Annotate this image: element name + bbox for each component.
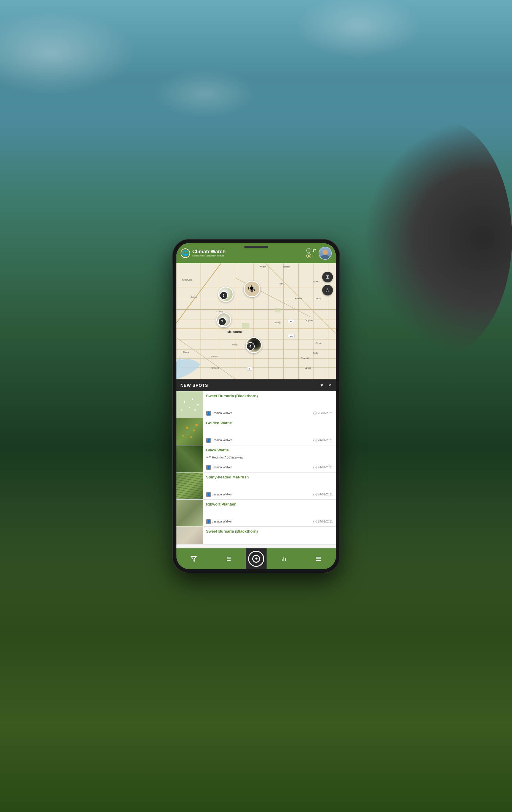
spot-main-1: Sweet Bursaria (Blackthorn) 👤 Jessica Wa… [176, 391, 336, 418]
rocks-decoration [363, 119, 512, 357]
svg-text:M3: M3 [290, 335, 293, 338]
filter-dropdown-button[interactable]: ▼ [320, 383, 324, 388]
spots-list[interactable]: Sweet Bursaria (Blackthorn) 👤 Jessica Wa… [176, 391, 336, 548]
spot-meta-4: 👤 Jessica Walker 24/01/2021 [206, 492, 333, 497]
nav-section-left [176, 548, 246, 569]
label-doreen: Doreen [283, 266, 290, 268]
label-balwyn: Balwyn [275, 321, 281, 323]
spot-item-6[interactable]: Sweet Bursaria (Blackthorn) [176, 527, 336, 545]
label-croydon: Croydon [305, 319, 313, 321]
spot-name-2: Golden Wattle [206, 421, 333, 425]
spot-user-5: 👤 Jessica Walker [206, 519, 232, 524]
label-altona: Altona [183, 351, 189, 353]
nav-section-right [267, 548, 336, 569]
spot-quote-text-3: Recin for ABC interview [212, 456, 243, 459]
spot-content-1: Sweet Bursaria (Blackthorn) 👤 Jessica Wa… [203, 391, 336, 418]
chart-nav-button[interactable] [278, 553, 290, 565]
notifications-badge[interactable]: ○ 17 [306, 248, 316, 253]
avatar-face [319, 247, 331, 259]
spot-date-text-5: 24/01/2021 [318, 520, 333, 523]
spot-meta-2: 👤 Jessica Walker 24/01/2021 [206, 438, 333, 443]
spot-username-4: Jessica Walker [212, 493, 232, 496]
svg-line-18 [176, 263, 221, 323]
app-subtitle: an initiative of Earthwatch Institute [192, 255, 226, 257]
label-yering: Yering [315, 297, 322, 300]
label-melbourne: Melbourne [228, 330, 243, 334]
spot-thumb-1 [176, 391, 203, 418]
spot-thumb-3 [176, 445, 203, 472]
nav-center [246, 551, 267, 567]
spot-date-3: 24/01/2021 [313, 466, 333, 469]
header-title-group: ClimateWatch an initiative of Earthwatch… [192, 249, 226, 257]
svg-rect-28 [242, 323, 249, 329]
map-marker-4[interactable]: 4 [246, 342, 255, 350]
spot-date-text-1: 25/01/2021 [318, 411, 333, 415]
spot-item-5[interactable]: Ribwort Plantain 👤 Jessica Walker 24/01/… [176, 500, 336, 527]
spot-date-text-3: 24/01/2021 [318, 466, 333, 469]
spot-content-2: Golden Wattle 👤 Jessica Walker 24/01/202… [203, 418, 336, 445]
spot-date-text-2: 24/01/2021 [318, 439, 333, 442]
map-marker-3[interactable]: 3 [219, 291, 228, 300]
spot-name-5: Ribwort Plantain [206, 502, 333, 506]
map-marker-7[interactable]: 7 [218, 317, 227, 326]
label-coburg: Coburg [217, 310, 223, 312]
svg-marker-30 [191, 556, 197, 561]
clock-icon-2 [313, 439, 317, 442]
close-panel-button[interactable]: ✕ [328, 383, 332, 388]
label-toorak: Toorak [232, 344, 238, 346]
label-yarra: Yarra G... [313, 281, 322, 283]
spot-date-2: 24/01/2021 [313, 439, 333, 442]
spot-date-4: 24/01/2021 [313, 493, 333, 496]
filter-nav-button[interactable] [188, 553, 200, 565]
spot-thumb-2 [176, 418, 203, 445]
user-icon-1: 👤 [206, 411, 211, 416]
notifications-count: 17 [312, 249, 316, 252]
spot-user-3: 👤 Jessica Walker [206, 465, 232, 470]
header-badges: ○ 17 🔔 0 [306, 248, 316, 258]
user-avatar[interactable] [319, 246, 332, 260]
label-eltham: Eltham [295, 297, 302, 300]
clock-icon-1 [313, 411, 317, 415]
map-marker-spider[interactable]: 🕷 [244, 281, 260, 297]
list-nav-button[interactable] [222, 553, 234, 565]
clock-icon-4 [313, 493, 317, 496]
phone-speaker [244, 246, 268, 248]
spot-name-6: Sweet Bursaria (Blackthorn) [206, 529, 333, 533]
spot-username-2: Jessica Walker [212, 439, 232, 442]
spot-meta-3: 👤 Jessica Walker 24/01/2021 [206, 465, 333, 470]
label-olinda: Olinda [315, 342, 322, 344]
label-jacana: Jacana [191, 296, 198, 298]
spot-user-2: 👤 Jessica Walker [206, 438, 232, 443]
spot-name-3: Black Wattle [206, 448, 333, 452]
clock-icon-3 [313, 466, 317, 469]
spot-content-5: Ribwort Plantain 👤 Jessica Walker 24/01/… [203, 500, 336, 526]
map-area[interactable]: 34 M3 1 Wollert Doreen Greenvale Plen.. [176, 263, 336, 379]
spot-main-2: Golden Wattle 👤 Jessica Walker 24/01/202… [176, 418, 336, 445]
svg-text:34: 34 [290, 320, 292, 322]
bell-icon: 🔔 [306, 254, 311, 258]
spot-thumb-6 [176, 527, 203, 545]
alerts-count: 0 [312, 254, 314, 258]
menu-nav-button[interactable] [312, 553, 324, 565]
spot-username-1: Jessica Walker [212, 411, 232, 415]
spot-meta-1: 👤 Jessica Walker 25/01/2021 [206, 411, 333, 416]
notifications-icon: ○ [306, 248, 311, 253]
globe-icon: 🌐 [181, 249, 190, 258]
spot-item-4[interactable]: Spiny-headed Mat-rush 👤 Jessica Walker 2… [176, 472, 336, 500]
spot-item-2[interactable]: Golden Wattle 👤 Jessica Walker 24/01/202… [176, 418, 336, 445]
spot-quote-3: ❝❞ Recin for ABC interview [206, 456, 333, 460]
alerts-badge[interactable]: 🔔 0 [306, 254, 314, 258]
add-spot-button[interactable] [248, 551, 264, 567]
bottom-nav [176, 548, 336, 569]
spot-item-3[interactable]: Black Wattle ❝❞ Recin for ABC interview … [176, 445, 336, 472]
header-left: 🌐 ClimateWatch an initiative of Earthwat… [181, 249, 226, 258]
new-spots-header: NEW SPOTS ▼ ✕ [176, 379, 336, 391]
spot-date-5: 24/01/2021 [313, 520, 333, 523]
location-button[interactable]: ◎ [322, 285, 333, 295]
spot-item-1[interactable]: Sweet Bursaria (Blackthorn) 👤 Jessica Wa… [176, 391, 336, 418]
spot-user-1: 👤 Jessica Walker [206, 411, 232, 416]
label-plen: Plen... [279, 283, 285, 285]
binoculars-button[interactable]: ⊞ [322, 272, 333, 282]
spot-main-4: Spiny-headed Mat-rush 👤 Jessica Walker 2… [176, 472, 336, 499]
user-icon-5: 👤 [206, 519, 211, 524]
